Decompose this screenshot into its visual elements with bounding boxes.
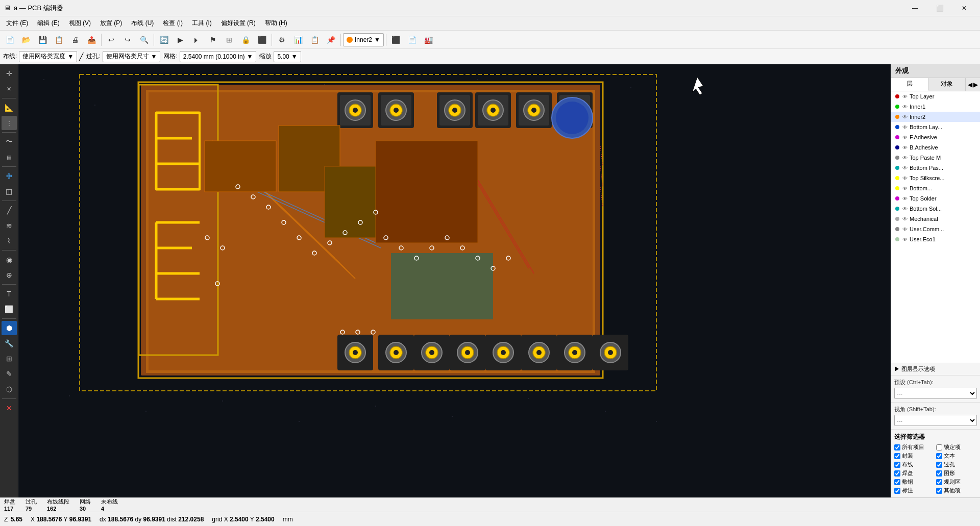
copper-fill[interactable]: ⬢ xyxy=(2,321,17,335)
flag-button[interactable]: ⚑ xyxy=(205,33,220,47)
net-inspector[interactable]: 〜 xyxy=(2,135,17,149)
cursor-tool[interactable]: ✛ xyxy=(2,66,17,81)
search-button[interactable]: 🔍 xyxy=(136,33,152,47)
pad-button[interactable]: ⬛ xyxy=(254,33,270,47)
layer-item[interactable]: 👁 Inner1 xyxy=(891,102,980,112)
selector-checkbox[interactable] xyxy=(936,444,942,450)
viewport-dropdown[interactable]: --- xyxy=(894,415,977,426)
redo-button[interactable]: ↪ xyxy=(120,33,135,47)
save-button[interactable]: 💾 xyxy=(35,33,50,47)
prev-arrow[interactable]: ◀ xyxy=(968,81,972,88)
select-tool[interactable]: ✙ xyxy=(2,169,17,183)
next-arrow[interactable]: ▶ xyxy=(973,81,978,88)
add-via[interactable]: ◉ xyxy=(2,253,17,267)
grid-tool[interactable]: ⋮ xyxy=(2,116,17,130)
tune-single[interactable]: ⌇ xyxy=(2,234,17,248)
trace-dropdown[interactable]: 使用网络类宽度 ▼ xyxy=(19,51,77,62)
export-button[interactable]: 📤 xyxy=(84,33,99,47)
run-button[interactable]: ▶ xyxy=(173,33,188,47)
layer-dropdown[interactable]: Inner2 ▼ xyxy=(343,33,384,46)
delete-tool[interactable]: ✕ xyxy=(2,401,17,415)
minimize-button[interactable]: — xyxy=(903,0,927,16)
tab-object[interactable]: 对象 xyxy=(928,78,966,91)
zoom-dropdown[interactable]: 5.00 ▼ xyxy=(274,51,301,62)
layer-item[interactable]: 👁 F.Adhesive xyxy=(891,132,980,142)
layer-item[interactable]: 👁 Mechanical xyxy=(891,214,980,224)
select-board[interactable]: ◫ xyxy=(2,184,17,198)
drc-button[interactable]: ⚙ xyxy=(274,33,289,47)
show-layers-option[interactable]: ▶ 图层显示选项 xyxy=(891,363,980,375)
layer-item[interactable]: 👁 Top Layer xyxy=(891,91,980,102)
selector-checkbox[interactable] xyxy=(936,453,942,459)
maximize-button[interactable]: ⬜ xyxy=(928,0,951,16)
print-button[interactable]: 🖨 xyxy=(67,33,83,47)
layer-item[interactable]: 👁 B.Adhesive xyxy=(891,142,980,153)
netlist-button[interactable]: 📊 xyxy=(290,33,306,47)
tab-layer[interactable]: 层 xyxy=(891,78,928,91)
selector-checkbox[interactable] xyxy=(936,488,942,494)
refresh-button[interactable]: 🔄 xyxy=(156,33,172,47)
close-button[interactable]: ✕ xyxy=(952,0,976,16)
gerber-button[interactable]: 📄 xyxy=(405,33,420,47)
layer-item[interactable]: 👁 Bottom Pas... xyxy=(891,163,980,173)
highlight-net-button[interactable]: ⬛ xyxy=(388,33,404,47)
lock-button[interactable]: 🔒 xyxy=(238,33,253,47)
selector-item: 敷铜 xyxy=(894,478,935,486)
measure-tool[interactable]: 📐 xyxy=(2,101,17,115)
menu-inspect[interactable]: 检查 (I) xyxy=(159,17,187,30)
selector-checkbox[interactable] xyxy=(894,444,900,450)
align-tool[interactable]: ✎ xyxy=(2,367,17,381)
bom-button[interactable]: 📋 xyxy=(307,33,322,47)
print-preview-button[interactable]: 📋 xyxy=(51,33,66,47)
steps-button[interactable]: 📌 xyxy=(323,33,338,47)
footprint-tool[interactable]: ⊞ xyxy=(2,352,17,366)
layer-item[interactable]: 👁 Inner2 xyxy=(891,112,980,122)
menu-help[interactable]: 帮助 (H) xyxy=(261,17,291,30)
selector-checkbox[interactable] xyxy=(894,479,900,485)
route-diff[interactable]: ≋ xyxy=(2,218,17,233)
canvas-area[interactable] xyxy=(18,64,891,497)
layer-item[interactable]: 👁 Bottom Lay... xyxy=(891,122,980,132)
grid-dropdown[interactable]: 2.5400 mm (0.1000 in) ▼ xyxy=(180,51,257,62)
selector-label: 图形 xyxy=(944,469,955,477)
open-button[interactable]: 📂 xyxy=(18,33,34,47)
selector-checkbox[interactable] xyxy=(894,488,900,494)
selector-checkbox[interactable] xyxy=(936,479,942,485)
menu-route[interactable]: 布线 (U) xyxy=(127,17,158,30)
menu-edit[interactable]: 编辑 (E) xyxy=(33,17,63,30)
teardrops[interactable]: 🔧 xyxy=(2,336,17,350)
menu-tools[interactable]: 工具 (I) xyxy=(188,17,216,30)
layer-item[interactable]: 👁 Bottom Sol... xyxy=(891,204,980,214)
draw-line[interactable]: ⬜ xyxy=(2,302,17,316)
layer-item[interactable]: 👁 User.Eco1 xyxy=(891,234,980,244)
menu-file[interactable]: 文件 (E) xyxy=(2,17,32,30)
menu-preferences[interactable]: 偏好设置 (R) xyxy=(217,17,260,30)
layer-item[interactable]: 👁 Top Paste M xyxy=(891,153,980,163)
layer-item[interactable]: 👁 User.Comm... xyxy=(891,224,980,234)
play-button[interactable]: ⏵ xyxy=(189,33,204,47)
add-text[interactable]: T xyxy=(2,287,17,301)
layer-name: Top Paste M xyxy=(910,155,977,161)
3d-viewer[interactable]: ⬡ xyxy=(2,382,17,396)
undo-button[interactable]: ↩ xyxy=(104,33,119,47)
highlight-tool[interactable]: ✕ xyxy=(2,82,17,96)
layer-eye-icon: 👁 xyxy=(902,165,908,171)
route-single[interactable]: ╱ xyxy=(2,203,17,217)
preset-dropdown[interactable]: --- xyxy=(894,388,977,399)
selector-checkbox[interactable] xyxy=(894,470,900,477)
selector-checkbox[interactable] xyxy=(936,470,942,477)
menu-view[interactable]: 视图 (V) xyxy=(65,17,95,30)
selector-checkbox[interactable] xyxy=(936,462,942,468)
layer-item[interactable]: 👁 Bottom... xyxy=(891,183,980,193)
grid-button[interactable]: ⊞ xyxy=(222,33,237,47)
menu-place[interactable]: 放置 (P) xyxy=(96,17,126,30)
test-point[interactable]: ⊕ xyxy=(2,268,17,282)
fab-button[interactable]: 🏭 xyxy=(421,33,436,47)
selector-checkbox[interactable] xyxy=(894,462,900,468)
layer-item[interactable]: 👁 Top Silkscre... xyxy=(891,173,980,183)
layer-item[interactable]: 👁 Top Solder xyxy=(891,193,980,204)
ref-inspector[interactable]: ▤ xyxy=(2,150,17,164)
new-button[interactable]: 📄 xyxy=(2,33,17,47)
via-dropdown[interactable]: 使用网络类尺寸 ▼ xyxy=(103,51,161,62)
selector-checkbox[interactable] xyxy=(894,453,900,459)
